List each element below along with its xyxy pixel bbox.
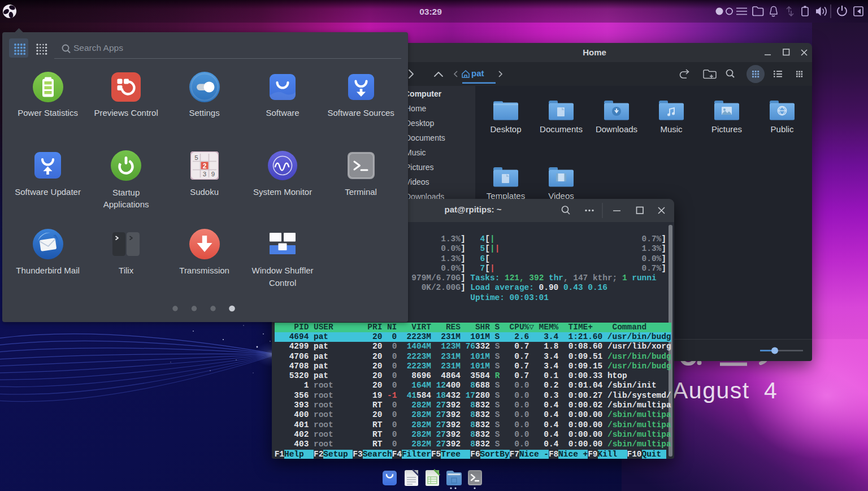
svg-text:2: 2 bbox=[202, 162, 206, 170]
svg-text:03:29: 03:29 bbox=[419, 7, 442, 16]
svg-text:5: 5 bbox=[194, 154, 198, 160]
svg-text:9: 9 bbox=[211, 170, 214, 177]
svg-text:3: 3 bbox=[202, 170, 206, 177]
